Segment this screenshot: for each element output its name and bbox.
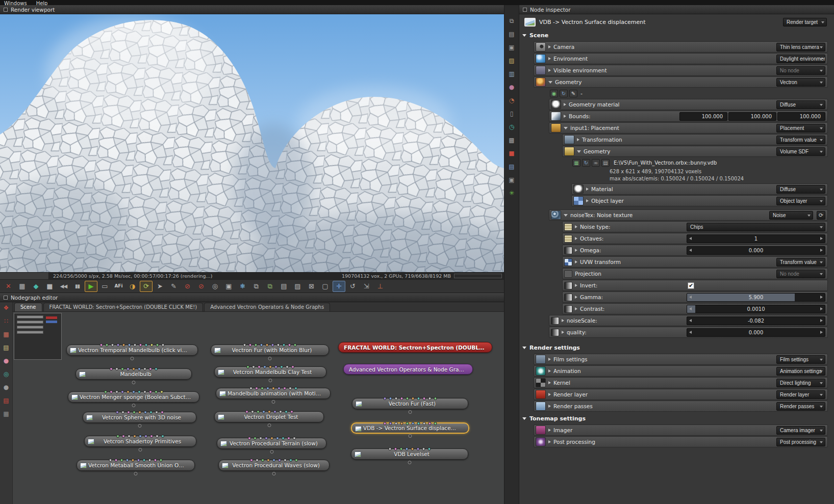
node-pin[interactable] [132, 390, 135, 393]
node-output-pin[interactable] [409, 434, 412, 438]
node-pin[interactable] [417, 447, 420, 450]
uvw-transform-dropdown[interactable]: Transform value [776, 258, 825, 267]
bounds-y-field[interactable]: 100.000 [728, 112, 776, 121]
dots-palette-icon[interactable]: ∷ [2, 317, 11, 325]
geometry-material-row[interactable]: Geometry material Diffuse [549, 99, 828, 110]
move-tool-button[interactable]: ✛ [333, 281, 345, 292]
white-balance-button[interactable]: ◑ [126, 281, 139, 292]
expander-icon[interactable] [575, 237, 577, 240]
node-output-pin[interactable] [131, 357, 134, 360]
render-layer-row[interactable]: Render layer Render layer [534, 389, 828, 400]
zoom-region-button[interactable]: ◎ [209, 281, 221, 292]
projection-dropdown[interactable]: No node [776, 270, 825, 278]
image-icon[interactable]: ▣ [507, 43, 517, 51]
ring-palette-icon[interactable]: ◎ [2, 370, 11, 378]
material-dropdown[interactable]: Diffuse [776, 185, 825, 194]
input1-placement-row[interactable]: input1: Placement Placement [549, 122, 828, 134]
node-pin[interactable] [265, 437, 268, 440]
clay-mode-icon[interactable]: ◆ [30, 281, 42, 292]
node-pin[interactable] [256, 459, 259, 462]
document-icon[interactable]: ▯ [507, 109, 517, 118]
node-pin[interactable] [143, 459, 146, 462]
node-pin[interactable] [255, 343, 258, 347]
expander-icon[interactable] [564, 103, 566, 106]
node-pin[interactable] [161, 411, 164, 414]
invert-checkbox[interactable]: ✔ [688, 282, 694, 289]
transformation-dropdown[interactable]: Transform value [776, 136, 825, 144]
node-pin[interactable] [262, 410, 265, 413]
node-pin[interactable] [250, 459, 253, 462]
animation-settings-dropdown[interactable]: Animation settings [776, 367, 825, 376]
node-pin[interactable] [138, 367, 141, 370]
node-pin[interactable] [111, 343, 114, 347]
node-pin[interactable] [154, 459, 157, 462]
node-pin[interactable] [133, 435, 136, 438]
object-layer-dropdown[interactable]: Object layer [776, 197, 825, 205]
noise-node-dropdown[interactable]: Noise [769, 211, 813, 220]
node-pin[interactable] [155, 390, 158, 393]
gray-sphere-palette-icon[interactable]: ● [2, 383, 11, 391]
node-pin[interactable] [134, 343, 137, 347]
node-pin[interactable] [106, 343, 109, 347]
node-pin[interactable] [412, 422, 415, 425]
camera-node-dropdown[interactable]: Thin lens camera [776, 43, 825, 51]
node-pin[interactable] [274, 365, 277, 368]
node-pin[interactable] [423, 422, 426, 425]
omega-slider[interactable]: 0.000 [687, 246, 825, 255]
node-pin[interactable] [248, 437, 251, 440]
node-pin[interactable] [137, 459, 140, 462]
node-pin[interactable] [156, 435, 159, 438]
node-pin[interactable] [434, 422, 437, 425]
node-pin[interactable] [294, 387, 297, 390]
node-pin[interactable] [109, 459, 112, 462]
graph-node[interactable]: Vectron Droplet Test [214, 411, 324, 422]
node-pin[interactable] [155, 411, 158, 414]
node-pin[interactable] [127, 367, 130, 370]
node-output-pin[interactable] [271, 400, 275, 404]
node-pin[interactable] [245, 410, 248, 413]
file-palette-icon[interactable]: ▤ [2, 343, 11, 352]
graph-node[interactable]: Vectron Fur (Fast) [352, 398, 468, 409]
viewport-grid-icon[interactable]: ▦ [16, 281, 29, 292]
graph-node[interactable]: Vectron Menger sponge (Boolean Subctract… [68, 391, 199, 403]
animation-row[interactable]: Animation Animation settings [534, 365, 828, 377]
environment-row[interactable]: Environment Daylight environment [534, 53, 828, 64]
render-region-off-button[interactable]: ⊘ [195, 281, 208, 292]
texture-icon[interactable]: ▩ [507, 136, 517, 144]
fullscreen-button[interactable]: ⇲ [360, 281, 373, 292]
geometry-material-dropdown[interactable]: Diffuse [776, 100, 825, 109]
photo-icon[interactable]: ▣ [507, 175, 517, 184]
post-processing-row[interactable]: Post processing Post processing [534, 436, 828, 447]
node-pin[interactable] [122, 435, 125, 438]
node-pin[interactable] [257, 410, 260, 413]
expander-icon[interactable] [575, 260, 577, 263]
nodegraph-tab[interactable]: Scene [14, 303, 42, 311]
node-pin[interactable] [128, 343, 131, 347]
node-pin[interactable] [428, 447, 431, 450]
node-pin[interactable] [270, 437, 273, 440]
geometry-node-dropdown[interactable]: Vectron [776, 78, 825, 87]
kernel-dropdown[interactable]: Direct lighting [776, 379, 825, 387]
pause-render-button[interactable]: ▮▮ [71, 281, 84, 292]
node-pin[interactable] [293, 437, 296, 440]
node-pin[interactable] [389, 422, 392, 425]
node-pin[interactable] [277, 343, 280, 347]
node-pin[interactable] [271, 343, 274, 347]
axis-gizmo-icon[interactable]: ⊥ [374, 281, 387, 292]
nodegraph-tab[interactable]: Advanced Vectron Operators & Node Graphs [204, 303, 330, 311]
noise-type-row[interactable]: Noise type: Chips [562, 221, 828, 232]
expander-icon[interactable] [577, 138, 579, 141]
node-pin[interactable] [121, 390, 124, 393]
node-pin[interactable] [144, 435, 147, 438]
node-pin[interactable] [395, 397, 398, 400]
node-pin[interactable] [289, 387, 292, 390]
expander-icon[interactable] [548, 440, 551, 443]
copy-image-button[interactable]: ⧉ [250, 281, 263, 292]
node-pin[interactable] [260, 343, 263, 347]
volume-sdf-dropdown[interactable]: Volume SDF [776, 147, 825, 156]
contrast-slider[interactable]: 0.0010 [687, 305, 825, 313]
save-image-button[interactable]: ⧉ [264, 281, 276, 292]
reload-vdb-icon[interactable]: ↻ [582, 159, 590, 167]
node-pin[interactable] [243, 343, 246, 347]
scene-section-header[interactable]: Scene [522, 30, 828, 40]
